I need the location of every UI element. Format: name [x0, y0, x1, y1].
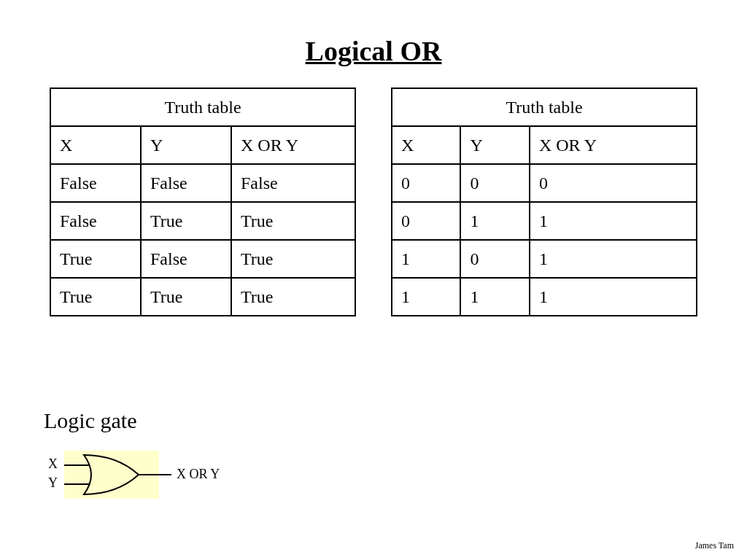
table-row: True False True — [50, 240, 355, 278]
table-row: 0 1 1 — [392, 202, 697, 240]
table-caption: Truth table — [392, 88, 697, 126]
truth-table-boolean: Truth table X Y X OR Y False False False… — [50, 88, 356, 316]
table-row: False True True — [50, 202, 355, 240]
cell: True — [231, 240, 355, 278]
cell: 1 — [392, 278, 460, 316]
or-gate-diagram: X Y X OR Y — [44, 445, 233, 513]
cell: False — [141, 240, 231, 278]
cell: 1 — [530, 278, 697, 316]
cell: 0 — [460, 240, 529, 278]
cell: 1 — [530, 240, 697, 278]
gate-input-x-label: X — [48, 456, 58, 471]
cell: False — [50, 202, 141, 240]
table-row: 1 0 1 — [392, 240, 697, 278]
cell: False — [141, 164, 231, 202]
col-header: X OR Y — [530, 126, 697, 164]
cell: 1 — [530, 202, 697, 240]
table-row: True True True — [50, 278, 355, 316]
table-row: 0 0 0 — [392, 164, 697, 202]
cell: 0 — [392, 202, 460, 240]
table-row: Truth table — [50, 88, 355, 126]
col-header: X — [392, 126, 460, 164]
cell: 0 — [392, 164, 460, 202]
table-caption: Truth table — [50, 88, 355, 126]
cell: 0 — [530, 164, 697, 202]
page-title: Logical OR — [0, 35, 747, 67]
col-header: X OR Y — [231, 126, 355, 164]
table-row: False False False — [50, 164, 355, 202]
cell: 1 — [460, 278, 529, 316]
cell: True — [141, 278, 231, 316]
cell: False — [50, 164, 141, 202]
cell: False — [231, 164, 355, 202]
gate-input-y-label: Y — [48, 475, 58, 490]
col-header: Y — [460, 126, 529, 164]
or-gate-icon: X Y X OR Y — [44, 445, 233, 510]
cell: 1 — [392, 240, 460, 278]
col-header: X — [50, 126, 141, 164]
logic-gate-heading: Logic gate — [44, 408, 136, 433]
table-row: 1 1 1 — [392, 278, 697, 316]
table-row: Truth table — [392, 88, 697, 126]
cell: 1 — [460, 202, 529, 240]
cell: True — [231, 278, 355, 316]
cell: True — [231, 202, 355, 240]
gate-output-label: X OR Y — [177, 467, 220, 481]
cell: True — [141, 202, 231, 240]
cell: True — [50, 278, 141, 316]
cell: True — [50, 240, 141, 278]
truth-table-binary: Truth table X Y X OR Y 0 0 0 0 1 1 1 0 1… — [391, 88, 697, 316]
table-row: X Y X OR Y — [392, 126, 697, 164]
author-credit: James Tam — [695, 540, 734, 551]
tables-row: Truth table X Y X OR Y False False False… — [0, 88, 747, 316]
cell: 0 — [460, 164, 529, 202]
table-row: X Y X OR Y — [50, 126, 355, 164]
col-header: Y — [141, 126, 231, 164]
